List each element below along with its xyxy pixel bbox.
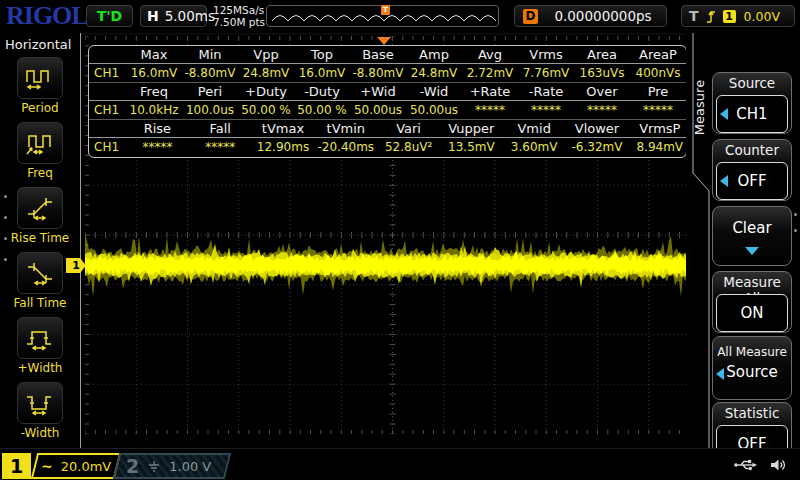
measure-value-cell: 52.8uV² — [377, 140, 440, 154]
measure-header-cell: Amp — [406, 47, 462, 62]
sidebar-item-rise-time[interactable]: Rise Time — [0, 187, 80, 245]
channel2-scale: 1.00 V — [169, 459, 211, 474]
measure-value-cell: ***** — [126, 140, 189, 154]
sidebar-item-freq[interactable]: Freq — [0, 122, 80, 180]
menu-button-title: Counter — [713, 140, 791, 161]
measure-value-cell: 24.8mV — [238, 66, 294, 80]
measure-header-cell: +Duty — [238, 84, 294, 99]
sidebar-item-label: -Width — [0, 426, 80, 440]
menu-value-text: ON — [740, 304, 763, 322]
menu-button-value: Source — [713, 363, 791, 381]
measure-value-cell: -8.80mV — [182, 66, 238, 80]
measure-header-row: RiseFalltVmaxtVminVariVupperVmidVlowerVr… — [89, 120, 686, 138]
measure-value-cell: 163uVs — [574, 66, 630, 80]
horizontal-scale-box: H 5.00ms — [140, 5, 207, 27]
period-icon — [17, 57, 63, 99]
measure-header-cell: Vrms — [518, 47, 574, 62]
sidebar-item-label: Period — [0, 101, 80, 115]
measure-header-cell: tVmin — [314, 121, 377, 136]
measure-header-cell: -Duty — [294, 84, 350, 99]
usb-icon — [733, 457, 759, 473]
down-arrow-icon — [745, 247, 759, 255]
measure-value-cell: ***** — [630, 103, 686, 117]
measure-header-cell: Vmid — [503, 121, 566, 136]
sidebar-item-label: Rise Time — [0, 231, 80, 245]
channel1-badge[interactable]: 1 ~ 20.0mV — [2, 453, 118, 479]
trigger-position-marker[interactable] — [377, 37, 391, 45]
menu-button-title: Measure All — [713, 272, 791, 293]
measure-header-cell: Pre — [630, 84, 686, 99]
channel1-number: 1 — [2, 453, 31, 479]
ground-coupling-icon — [147, 460, 161, 473]
menu-button-source[interactable]: SourceCH1 — [712, 72, 792, 134]
measure-value-cell: ***** — [189, 140, 252, 154]
page-indicator-dot — [4, 258, 7, 261]
measure-header-row: FreqPeri+Duty-Duty+Wid-Wid+Rate-RateOver… — [89, 83, 686, 101]
measure-value-cell: 400nVs — [630, 66, 686, 80]
measure-header-cell: Min — [182, 47, 238, 62]
menu-button-title: All Measure — [713, 337, 791, 359]
sidebar-item-label: Freq — [0, 166, 80, 180]
menu-tab-measure: Measure — [692, 45, 708, 170]
left-arrow-icon — [716, 368, 724, 380]
left-arrow-icon — [720, 108, 728, 120]
measure-header-cell: tVmax — [252, 121, 315, 136]
channel2-number: 2 — [126, 455, 139, 477]
measure-value-cell: -8.80mV — [350, 66, 406, 80]
rigol-logo: RIGOL — [6, 1, 88, 31]
trigger-position-pin[interactable]: T — [381, 5, 390, 15]
trigger-status-badge: T'D — [86, 5, 133, 27]
menu-button-value: OFF — [716, 162, 788, 200]
measure-header-cell: Vlower — [566, 121, 629, 136]
menu-button-title: Source — [713, 73, 791, 94]
measure-channel-label: CH1 — [89, 103, 126, 117]
beeper-icon — [769, 457, 788, 473]
menu-value-text: OFF — [737, 172, 766, 190]
measure-header-cell: Avg — [462, 47, 518, 62]
oscilloscope-screen: RIGOL T'D H 5.00ms 125MSa/s 7.50M pts T … — [0, 0, 800, 480]
measure-header-cell: Vupper — [440, 121, 503, 136]
channel1-level-marker[interactable]: 1 — [66, 258, 86, 273]
trigger-label: T — [689, 8, 699, 24]
trigger-level-value: 0.00V — [744, 9, 780, 24]
menu-button-all-measure[interactable]: All MeasureSource — [712, 336, 792, 400]
delay-box: D 0.00000000ps — [514, 5, 667, 27]
measure-value-row: CH110.0kHz100.0us50.00 %50.00 %50.00us50… — [89, 101, 686, 119]
measure-header-cell: Peri — [182, 84, 238, 99]
measure-header-cell: Over — [574, 84, 630, 99]
menu-button-title: Statistic — [713, 403, 791, 424]
measure-value-cell: 50.00 % — [294, 103, 350, 117]
sidebar-item--width[interactable]: +Width — [0, 317, 80, 375]
menu-button-clear[interactable]: Clear — [712, 206, 792, 266]
menu-button-value: ON — [716, 294, 788, 332]
delay-value: 0.00000000ps — [554, 8, 651, 24]
acquisition-info: 125MSa/s 7.50M pts — [213, 4, 265, 28]
measure-value-cell: 13.5mV — [440, 140, 503, 154]
sidebar-item-label: Fall Time — [0, 296, 80, 310]
waveform-preview-bar[interactable]: T — [266, 5, 499, 27]
neg-width-icon — [17, 382, 63, 424]
measure-header-cell: Vari — [377, 121, 440, 136]
ac-coupling-icon: ~ — [41, 458, 53, 474]
measure-value-cell: -6.32mV — [566, 140, 629, 154]
measure-header-cell: Base — [350, 47, 406, 62]
menu-button-measure-all[interactable]: Measure AllON — [712, 271, 792, 333]
menu-button-value: CH1 — [716, 95, 788, 133]
sidebar-item--width[interactable]: -Width — [0, 382, 80, 440]
sidebar-item-period[interactable]: Period — [0, 57, 80, 115]
horizontal-scale-label: H — [147, 8, 159, 24]
measure-header-row: MaxMinVppTopBaseAmpAvgVrmsAreaAreaP — [89, 46, 686, 64]
measure-value-cell: 16.0mV — [126, 66, 182, 80]
trigger-info-box: T 1 0.00V — [681, 5, 795, 27]
channel1-scale: 20.0mV — [61, 459, 112, 474]
page-indicator-dot — [4, 195, 7, 198]
trigger-source-badge: 1 — [723, 10, 736, 23]
menu-button-counter[interactable]: CounterOFF — [712, 139, 792, 201]
measure-value-cell: 12.90ms — [252, 140, 315, 154]
measure-header-cell: Area — [574, 47, 630, 62]
sidebar-item-label: +Width — [0, 361, 80, 375]
menu-value-text: Source — [726, 363, 778, 381]
channel2-badge[interactable]: 2 1.00 V — [113, 453, 231, 479]
measure-header-cell: Fall — [189, 121, 252, 136]
measure-all-table: MaxMinVppTopBaseAmpAvgVrmsAreaAreaPCH116… — [88, 45, 687, 158]
